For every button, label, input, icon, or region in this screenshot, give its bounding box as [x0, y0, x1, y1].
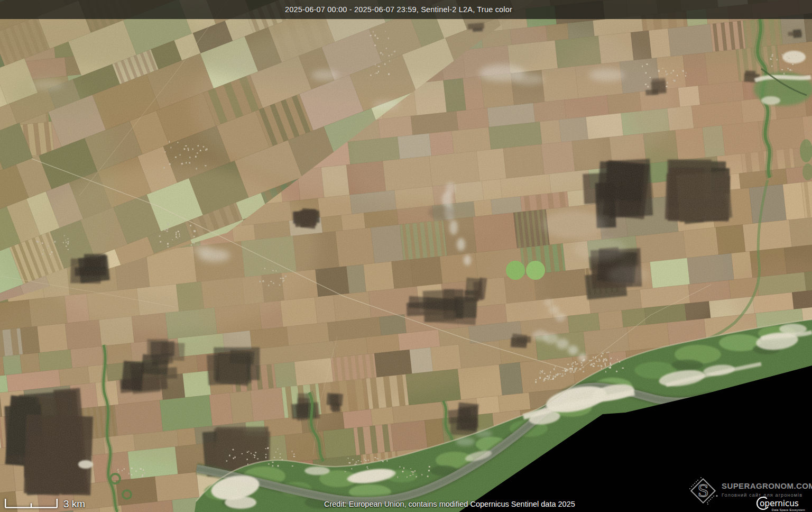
copernicus-wordmark: opernicus	[760, 499, 799, 508]
scale-ruler-icon	[5, 498, 58, 508]
superagronom-monogram: S	[697, 481, 708, 500]
date-layer-label: 2025-06-07 00:00 - 2025-06-07 23:59, Sen…	[285, 5, 512, 14]
satellite-map-canvas[interactable]	[0, 0, 812, 512]
superagronom-title: SUPERAGRONOM.COM	[722, 481, 812, 490]
top-info-bar: 2025-06-07 00:00 - 2025-06-07 23:59, Sen…	[0, 0, 812, 19]
map-scale-bar: 3 km	[5, 498, 85, 508]
eo-browser-viewport: 2025-06-07 00:00 - 2025-06-07 23:59, Sen…	[0, 0, 812, 512]
data-credit: Credit: European Union, contains modifie…	[324, 500, 575, 508]
superagronom-logo-icon: S	[688, 476, 718, 506]
scale-label: 3 km	[63, 499, 85, 508]
superagronom-watermark: S	[688, 476, 718, 508]
copernicus-tagline: Data Space Ecosystem	[772, 508, 805, 511]
copernicus-watermark: opernicus Data Space Ecosystem	[756, 495, 806, 512]
copernicus-logo-icon: opernicus Data Space Ecosystem	[756, 495, 806, 511]
